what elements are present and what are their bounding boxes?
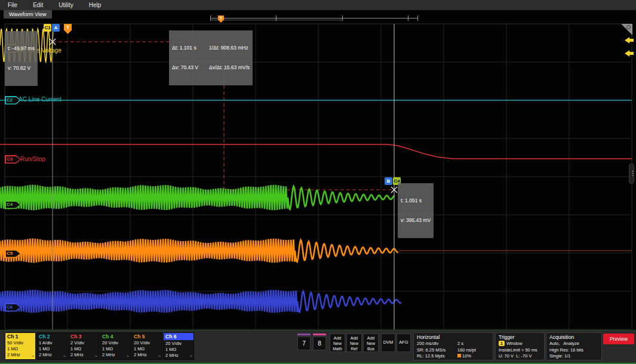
channel-5-position-flag[interactable]: C5: [5, 249, 21, 258]
button-label-line: New: [347, 341, 361, 346]
bandwidth-limit-icon: ⌁: [95, 354, 97, 359]
position-percent: 10%: [462, 353, 471, 359]
bandwidth-limit-icon: ⌁: [32, 354, 34, 359]
channel-bandwidth: 2 MHz: [132, 352, 162, 358]
channel-impedance: 1 MΩ: [5, 346, 35, 352]
flag-label: C4: [7, 200, 13, 209]
channel-impedance: 1 MΩ: [164, 347, 193, 353]
more-handle-icon: ⋮: [629, 169, 636, 177]
horizontal-span: 2 s: [457, 341, 463, 346]
cursor-a-source-badge[interactable]: C1: [44, 24, 51, 32]
afg-button[interactable]: AFG: [397, 334, 411, 352]
minimap-tick: [408, 16, 408, 21]
acquisition-mode: Auto, Analyze: [549, 341, 598, 347]
cursor-a-value: v: 70.82 V: [8, 65, 35, 72]
menu-edit[interactable]: Edit: [25, 0, 51, 10]
preview-button[interactable]: Preview: [603, 334, 634, 344]
inverse-delta-t: 1/Δt: 908.63 mHz: [209, 45, 250, 51]
channel-impedance: 1 MΩ: [132, 346, 162, 352]
menu-help[interactable]: Help: [81, 0, 109, 10]
menu-file[interactable]: File: [0, 0, 25, 10]
digital-channel-7-button[interactable]: 7: [297, 334, 311, 350]
sample-rate: SR: 6.25 MS/s: [417, 347, 457, 354]
bandwidth-limit-icon: ⌁: [127, 354, 129, 359]
button-label-line: Bus: [364, 346, 378, 351]
dvm-button[interactable]: DVM: [381, 334, 395, 352]
bandwidth-limit-icon: ⌁: [190, 354, 192, 359]
ch3-label: Run/Stop: [20, 156, 45, 162]
channel-badge-ch2[interactable]: Ch 2 1 A/div 1 MΩ 2 MHz ⌁: [36, 332, 67, 360]
oscilloscope-app: File Edit Utility Help Waveform View T C…: [0, 0, 636, 364]
channel-badge-ch5[interactable]: Ch 5 20 V/div 1 MΩ 2 MHz ⌁: [131, 332, 162, 360]
panel-title: Trigger: [499, 334, 541, 340]
horizontal-settings-panel[interactable]: Horizontal 200 ms/div2 s SR: 6.25 MS/s16…: [413, 332, 493, 360]
channel-scale: 20 V/div: [100, 340, 130, 346]
minimap-trigger-marker-icon[interactable]: T: [218, 16, 224, 23]
menu-utility[interactable]: Utility: [51, 0, 81, 10]
channel-scale: 2 V/div: [69, 340, 99, 346]
channel-name: Ch 4: [100, 333, 130, 340]
channel-scale: 20 V/div: [132, 340, 162, 346]
channel-badge-ch1[interactable]: Ch 1 50 V/div 1 MΩ 2 MHz ⌁: [5, 332, 36, 360]
delta-v: Δv: 70.43 V: [172, 64, 198, 71]
bandwidth-limit-icon: ⌁: [158, 354, 161, 359]
horizontal-position-bar[interactable]: T: [210, 16, 418, 23]
button-label-line: Add: [347, 335, 361, 341]
channel-6-position-flag[interactable]: C6: [5, 303, 21, 311]
digital-channel-8-button[interactable]: 8: [313, 334, 326, 350]
acquisition-settings-panel[interactable]: Acquisition Auto, Analyze High Res: 16 b…: [546, 332, 602, 360]
channel-name: Ch 1: [5, 333, 35, 340]
right-panel-grab-handle[interactable]: ⋮: [629, 164, 634, 184]
channel-bandwidth: 2 MHz: [5, 352, 35, 358]
record-length: RL: 12.5 Mpts: [417, 353, 457, 360]
flag-label: C2: [7, 96, 13, 104]
trigger-settings-panel[interactable]: Trigger 1Window InsideLimit > 50 ms U: 7…: [495, 332, 545, 360]
channel-bandwidth: 2 MHz: [69, 352, 99, 358]
tab-waveform-view[interactable]: Waveform View: [4, 10, 52, 18]
channel-impedance: 1 MΩ: [69, 346, 99, 352]
channel-badge-ch6[interactable]: Ch 6 20 V/div 1 MΩ 2 MHz ⌁: [163, 332, 194, 360]
cursor-b-badge[interactable]: B: [385, 177, 392, 185]
button-label-line: Add: [330, 335, 345, 341]
add-new-math-button[interactable]: Add New Math: [330, 334, 345, 352]
digital-8-color-strip: [313, 334, 326, 335]
horizontal-scale: 200 ms/div: [417, 341, 457, 347]
digital-7-label: 7: [297, 337, 311, 350]
channel-3-position-flag[interactable]: C3: [5, 155, 21, 164]
channel-name: Ch 6: [164, 333, 193, 340]
channel-impedance: 1 MΩ: [37, 346, 67, 352]
digital-7-color-strip: [297, 334, 311, 335]
waveform-view[interactable]: [0, 10, 636, 330]
channel-impedance: 1 MΩ: [100, 346, 130, 352]
channel-bandwidth: 2 MHz: [37, 352, 67, 358]
button-label-line: Ref: [347, 346, 361, 351]
channel-name: Ch 2: [37, 333, 67, 340]
channel-bandwidth: 2 MHz: [100, 352, 130, 358]
trigger-levels: U: 70 V L: -70 V: [499, 353, 541, 360]
ch2-label: AC Line Current: [19, 96, 62, 103]
digital-8-label: 8: [313, 337, 326, 350]
position-icon: [457, 354, 461, 357]
bandwidth-limit-icon: ⌁: [63, 354, 66, 359]
minimap-tick: [342, 16, 343, 21]
button-label-line: New: [330, 341, 345, 346]
trigger-row-1: 1Window: [499, 341, 541, 347]
channel-4-position-flag[interactable]: C4: [5, 200, 21, 209]
button-label-line: Add: [364, 335, 378, 341]
cursor-b-readout: t: 1.051 s v: 395.43 mV: [398, 183, 434, 238]
minimap-tick: [276, 16, 276, 21]
add-new-ref-button[interactable]: Add New Ref: [346, 334, 362, 352]
menu-bar: File Edit Utility Help: [0, 0, 636, 10]
channel-scale: 1 A/div: [37, 340, 67, 346]
delta-t: Δt: 1.101 s: [172, 45, 198, 51]
cursor-a-badge[interactable]: A: [52, 24, 60, 32]
delta-col-2: 1/Δt: 908.63 mHz Δv/Δt: 15.63 mV/s: [209, 32, 250, 84]
channel-badge-ch4[interactable]: Ch 4 20 V/div 1 MΩ 2 MHz ⌁: [100, 332, 131, 360]
add-new-bus-button[interactable]: Add New Bus: [363, 334, 379, 352]
cursor-b-time: t: 1.051 s: [401, 198, 431, 204]
channel-bandwidth: 2 MHz: [164, 353, 193, 359]
button-label-line: Math: [330, 346, 345, 351]
channel-scale: 50 V/div: [5, 340, 35, 346]
cursor-a-readout: t: -49.97 ms v: 70.82 V: [5, 31, 38, 86]
channel-badge-ch3[interactable]: Ch 3 2 V/div 1 MΩ 2 MHz ⌁: [68, 332, 99, 360]
